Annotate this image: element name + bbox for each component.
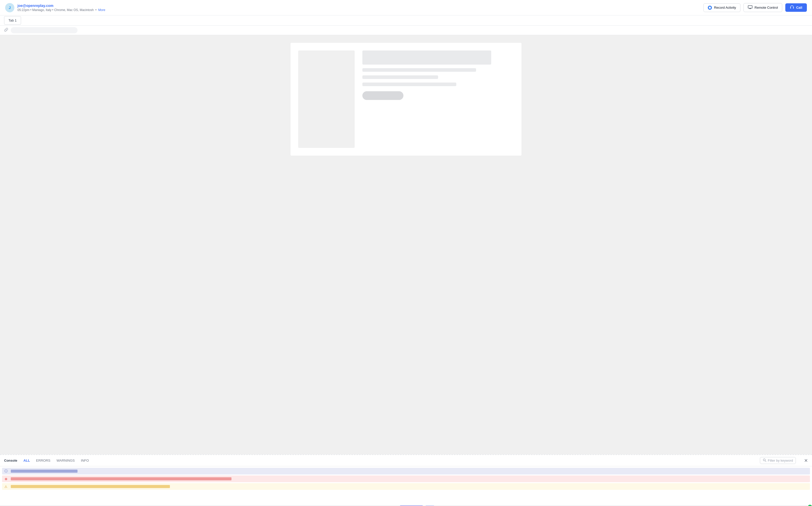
warning-icon: ⚠ [4,484,8,489]
info-bar [11,470,77,473]
console-entry-error: ⊗ [2,476,810,482]
skeleton-left-image [298,51,355,148]
tab-all[interactable]: ALL [23,457,30,463]
svg-line-7 [765,461,766,462]
svg-rect-1 [748,6,752,8]
tab-warnings[interactable]: WARNINGS [57,457,75,463]
url-bar-area [0,26,812,35]
skeleton-title [362,51,491,65]
skeleton-line-1 [362,68,476,72]
filter-placeholder: Filter by keyword [768,458,793,462]
record-activity-button[interactable]: Record Activity [703,3,740,12]
monitor-icon [748,5,752,10]
link-icon [4,28,8,33]
user-info: joe@openreplay.com 05:22pm • Maniago, It… [17,4,105,12]
error-icon: ⊗ [4,477,8,481]
console-entry-info: ⓘ [2,468,810,475]
main-content [0,35,812,454]
svg-point-6 [763,459,765,461]
svg-rect-5 [793,7,794,8]
console-filter[interactable]: Filter by keyword [760,457,796,464]
headphones-icon [790,5,794,10]
header-right: Record Activity Remote Control Call [703,3,807,12]
browser-frame [290,43,522,156]
more-link[interactable]: More [98,8,105,12]
search-icon [763,458,766,463]
console-tabs: Console ALL ERRORS WARNINGS INFO Filter … [0,455,812,466]
call-button[interactable]: Call [785,3,807,12]
user-meta: 05:22pm • Maniago, Italy • Chrome, Mac O… [17,8,105,12]
svg-point-0 [709,7,711,9]
skeleton-right [362,51,514,148]
console-close-button[interactable]: ✕ [804,458,808,463]
skeleton-line-2 [362,75,438,79]
tab-info[interactable]: INFO [81,457,89,463]
skeleton-button [362,91,403,100]
tab-errors[interactable]: ERRORS [36,457,51,463]
skeleton-line-3 [362,83,456,86]
error-bar [11,477,231,480]
url-bar [11,27,77,33]
user-email[interactable]: joe@openreplay.com [17,4,105,8]
header-left: J joe@openreplay.com 05:22pm • Maniago, … [5,3,105,12]
console-entries: ⓘ ⊗ ⚠ [0,466,812,506]
console-panel: Console ALL ERRORS WARNINGS INFO Filter … [0,454,812,506]
tab-bar: Tab 1 [0,15,812,26]
tab-1[interactable]: Tab 1 [4,16,21,25]
console-label-tab: Console [4,457,17,463]
svg-rect-4 [790,7,791,8]
record-icon [708,6,712,10]
remote-control-button[interactable]: Remote Control [743,3,782,12]
avatar: J [5,3,14,12]
console-entry-warning: ⚠ [2,483,810,490]
header: J joe@openreplay.com 05:22pm • Maniago, … [0,0,812,15]
info-icon: ⓘ [4,469,8,474]
warning-bar [11,485,170,488]
